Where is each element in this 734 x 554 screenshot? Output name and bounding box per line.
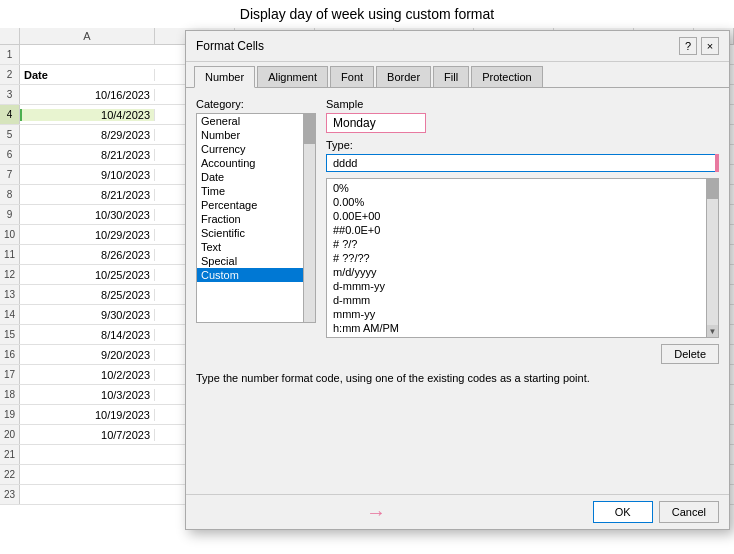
cell-a[interactable]: 10/4/2023	[20, 109, 155, 121]
tab-alignment[interactable]: Alignment	[257, 66, 328, 87]
dialog-footer: → OK Cancel	[186, 494, 729, 529]
cell-a[interactable]: 10/7/2023	[20, 429, 155, 441]
tab-border[interactable]: Border	[376, 66, 431, 87]
cell-a[interactable]: 8/14/2023	[20, 329, 155, 341]
category-item-special[interactable]: Special	[197, 254, 315, 268]
row-number: 21	[0, 445, 20, 464]
dialog-title-controls: ? ×	[679, 37, 719, 55]
dialog-title: Format Cells	[196, 39, 264, 53]
cell-a[interactable]: 10/2/2023	[20, 369, 155, 381]
dialog-help-button[interactable]: ?	[679, 37, 697, 55]
cell-a[interactable]: 10/19/2023	[20, 409, 155, 421]
row-number: 14	[0, 305, 20, 324]
ok-button[interactable]: OK	[593, 501, 653, 523]
row-number: 10	[0, 225, 20, 244]
cell-a[interactable]: 8/21/2023	[20, 189, 155, 201]
category-scrollbar[interactable]	[303, 114, 315, 322]
format-item[interactable]: 0.00%	[327, 195, 718, 209]
format-item[interactable]: d-mmm-yy	[327, 279, 718, 293]
category-item-custom[interactable]: Custom	[197, 268, 315, 282]
cell-a[interactable]: 10/30/2023	[20, 209, 155, 221]
row-number: 22	[0, 465, 20, 484]
spreadsheet-title: Display day of week using custom format	[0, 0, 734, 28]
category-item-accounting[interactable]: Accounting	[197, 156, 315, 170]
cell-a[interactable]: 9/20/2023	[20, 349, 155, 361]
row-number: 11	[0, 245, 20, 264]
category-item-currency[interactable]: Currency	[197, 142, 315, 156]
format-item[interactable]: h:mm AM/PM	[327, 321, 718, 335]
category-item-time[interactable]: Time	[197, 184, 315, 198]
category-label: Category:	[196, 98, 316, 110]
cell-a[interactable]: 8/29/2023	[20, 129, 155, 141]
row-number: 9	[0, 205, 20, 224]
cell-a[interactable]: 8/26/2023	[20, 249, 155, 261]
category-item-date[interactable]: Date	[197, 170, 315, 184]
description-text: Type the number format code, using one o…	[196, 372, 719, 388]
type-label: Type:	[326, 139, 719, 151]
col-header-rownum	[0, 28, 20, 44]
type-input-container	[326, 154, 719, 172]
category-list[interactable]: GeneralNumberCurrencyAccountingDateTimeP…	[196, 113, 316, 323]
format-item[interactable]: # ??/??	[327, 251, 718, 265]
category-item-general[interactable]: General	[197, 114, 315, 128]
category-section: Category: GeneralNumberCurrencyAccountin…	[196, 98, 719, 364]
format-item[interactable]: mmm-yy	[327, 307, 718, 321]
format-scrollbar[interactable]: ▲ ▼	[706, 179, 718, 337]
arrow-indicator: →	[366, 501, 386, 524]
cell-a[interactable]: 9/30/2023	[20, 309, 155, 321]
cancel-button[interactable]: Cancel	[659, 501, 719, 523]
format-item[interactable]: d-mmm	[327, 293, 718, 307]
cell-a[interactable]: 8/21/2023	[20, 149, 155, 161]
row-number: 2	[0, 65, 20, 84]
cell-a[interactable]: 9/10/2023	[20, 169, 155, 181]
tab-number[interactable]: Number	[194, 66, 255, 88]
row-number: 13	[0, 285, 20, 304]
row-number: 1	[0, 45, 20, 64]
format-scrollbar-thumb[interactable]	[707, 179, 718, 199]
row-number: 4	[0, 105, 20, 124]
row-number: 15	[0, 325, 20, 344]
format-item[interactable]: 0.00E+00	[327, 209, 718, 223]
row-number: 12	[0, 265, 20, 284]
cell-a[interactable]: 10/16/2023	[20, 89, 155, 101]
type-section: Type:	[326, 139, 719, 172]
tab-font[interactable]: Font	[330, 66, 374, 87]
tab-protection[interactable]: Protection	[471, 66, 543, 87]
cell-a[interactable]: Date	[20, 69, 155, 81]
dialog-tabs: NumberAlignmentFontBorderFillProtection	[186, 62, 729, 88]
category-list-container: Category: GeneralNumberCurrencyAccountin…	[196, 98, 316, 364]
dialog-body: Category: GeneralNumberCurrencyAccountin…	[186, 88, 729, 494]
format-item[interactable]: m/d/yyyy	[327, 265, 718, 279]
category-item-text[interactable]: Text	[197, 240, 315, 254]
cell-a[interactable]: 10/25/2023	[20, 269, 155, 281]
type-input-accent	[715, 154, 719, 172]
tab-fill[interactable]: Fill	[433, 66, 469, 87]
format-list[interactable]: 0%0.00%0.00E+00##0.0E+0# ?/?# ??/??m/d/y…	[326, 178, 719, 338]
category-item-fraction[interactable]: Fraction	[197, 212, 315, 226]
row-number: 19	[0, 405, 20, 424]
cell-a[interactable]: 10/29/2023	[20, 229, 155, 241]
dialog-close-button[interactable]: ×	[701, 37, 719, 55]
row-number: 20	[0, 425, 20, 444]
cell-a[interactable]: 8/25/2023	[20, 289, 155, 301]
format-scrollbar-down[interactable]: ▼	[707, 325, 718, 337]
row-number: 6	[0, 145, 20, 164]
sample-value: Monday	[326, 113, 426, 133]
category-item-number[interactable]: Number	[197, 128, 315, 142]
category-item-percentage[interactable]: Percentage	[197, 198, 315, 212]
col-header-a: A	[20, 28, 155, 44]
row-number: 16	[0, 345, 20, 364]
format-cells-dialog: Format Cells ? × NumberAlignmentFontBord…	[185, 30, 730, 530]
format-item[interactable]: # ?/?	[327, 237, 718, 251]
dialog-titlebar: Format Cells ? ×	[186, 31, 729, 62]
category-item-scientific[interactable]: Scientific	[197, 226, 315, 240]
row-number: 23	[0, 485, 20, 504]
format-item[interactable]: ##0.0E+0	[327, 223, 718, 237]
row-number: 5	[0, 125, 20, 144]
format-item[interactable]: 0%	[327, 181, 718, 195]
delete-button[interactable]: Delete	[661, 344, 719, 364]
format-item[interactable]: h:mm:ss AM/PM	[327, 335, 718, 338]
type-input[interactable]	[326, 154, 715, 172]
row-number: 8	[0, 185, 20, 204]
cell-a[interactable]: 10/3/2023	[20, 389, 155, 401]
